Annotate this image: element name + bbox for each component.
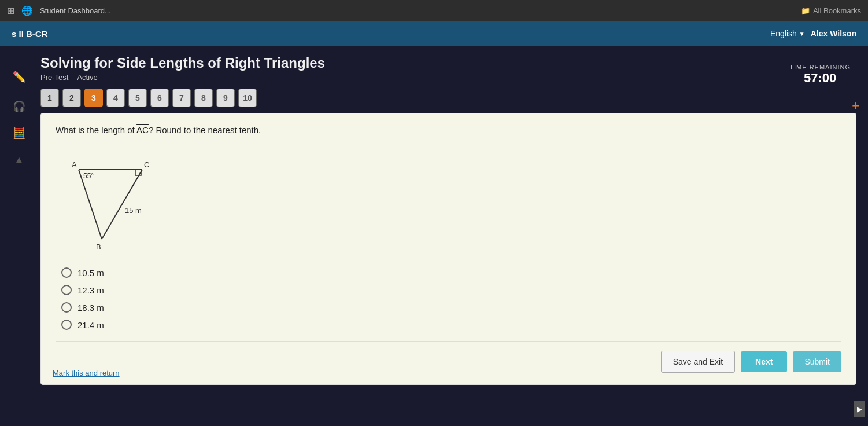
course-label: s II B-CR [12,29,48,39]
choice-d-text: 21.4 m [77,320,104,330]
question-num-8[interactable]: 8 [194,89,213,107]
lesson-meta: Pre-Test Active [40,73,856,82]
headphones-icon[interactable]: 🎧 [9,96,29,117]
time-remaining: TIME REMAINING 57:00 [789,64,851,86]
answer-choices: 10.5 m 12.3 m 18.3 m 21.4 m [61,267,841,330]
question-num-5[interactable]: 5 [128,89,147,107]
question-text: What is the length of AC? Round to the n… [56,125,841,135]
svg-text:B: B [96,243,101,251]
nav-right: English ▼ Alex Wilson [770,29,856,38]
time-label: TIME REMAINING [789,64,851,71]
submit-button[interactable]: Submit [793,351,841,372]
question-num-2[interactable]: 2 [62,89,81,107]
language-label: English [770,29,797,38]
pre-test-label: Pre-Test [40,73,68,82]
choice-a[interactable]: 10.5 m [61,267,841,278]
choice-c[interactable]: 18.3 m [61,302,841,313]
status-label: Active [77,73,97,82]
time-value: 57:00 [789,71,851,86]
user-name: Alex Wilson [811,29,856,38]
radio-b[interactable] [61,285,72,295]
svg-text:A: A [72,160,77,169]
top-nav: s II B-CR English ▼ Alex Wilson [0,21,868,46]
question-num-1[interactable]: 1 [40,89,59,107]
question-num-6[interactable]: 6 [150,89,169,107]
choice-c-text: 18.3 m [77,303,104,313]
next-button[interactable]: Next [741,351,787,372]
choice-b-text: 12.3 m [77,285,104,295]
svg-text:C: C [144,160,149,169]
edit-icon[interactable]: ✏️ [9,67,29,87]
svg-text:15 m: 15 m [125,206,142,215]
svg-line-2 [79,170,102,239]
plus-icon[interactable]: + [852,98,859,113]
svg-text:55°: 55° [83,172,94,180]
mark-return-link[interactable]: Mark this and return [53,369,120,377]
radio-d[interactable] [61,320,72,330]
radio-c[interactable] [61,302,72,313]
browser-title: Student Dashboard... [40,6,794,15]
calculator-icon[interactable]: 🧮 [9,123,29,144]
ac-notation: AC [136,125,149,135]
title-area: Solving for Side Lengths of Right Triang… [40,55,856,82]
radio-a[interactable] [61,267,72,278]
choice-a-text: 10.5 m [77,268,104,278]
question-num-3[interactable]: 3 [84,89,103,107]
chevron-down-icon: ▼ [799,31,805,37]
browser-bar: ⊞ 🌐 Student Dashboard... 📁 All Bookmarks [0,0,868,21]
grid-icon: ⊞ [7,5,14,16]
choice-b[interactable]: 12.3 m [61,285,841,295]
question-nav: 1 2 3 4 5 6 7 8 9 10 [40,89,856,107]
globe-icon: 🌐 [21,5,33,16]
question-card: What is the length of AC? Round to the n… [40,113,856,385]
main-area: ✏️ 🎧 🧮 ▲ Solving for Side Lengths of Rig… [0,46,868,385]
question-num-9[interactable]: 9 [216,89,235,107]
question-num-4[interactable]: 4 [106,89,125,107]
bookmarks-button[interactable]: 📁 All Bookmarks [801,6,861,15]
triangle-svg: A C B 55° 15 m [67,146,183,251]
lesson-title: Solving for Side Lengths of Right Triang… [40,55,856,71]
question-num-10[interactable]: 10 [238,89,257,107]
content-panel: Solving for Side Lengths of Right Triang… [40,55,856,385]
sidebar: ✏️ 🎧 🧮 ▲ [9,55,32,385]
language-selector[interactable]: English ▼ [770,29,805,38]
choice-d[interactable]: 21.4 m [61,320,841,330]
save-exit-button[interactable]: Save and Exit [661,351,735,373]
arrow-up-icon[interactable]: ▲ [9,149,29,170]
bookmarks-label: All Bookmarks [813,6,861,15]
triangle-diagram: A C B 55° 15 m [67,146,841,253]
nav-arrow-right[interactable]: ▶ [854,401,865,417]
svg-line-1 [102,170,142,239]
bookmark-icon: 📁 [801,6,810,15]
question-num-7[interactable]: 7 [172,89,191,107]
card-bottom-actions: Save and Exit Next Submit [56,341,841,373]
